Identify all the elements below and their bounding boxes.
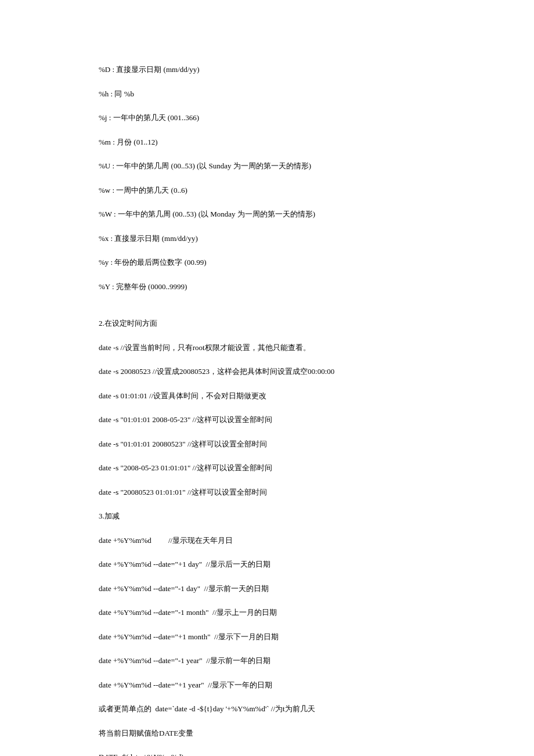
text-line: date -s 20080523 //设置成20080523，这样会把具体时间设…	[99, 366, 435, 377]
text-line: date +%Y%m%d --date="+1 year" //显示下一年的日期	[99, 679, 435, 691]
text-line: date +%Y%m%d --date="-1 day" //显示前一天的日期	[99, 583, 435, 595]
text-line: %Y : 完整年份 (0000..9999)	[99, 281, 435, 293]
text-line: %y : 年份的最后两位数字 (00.99)	[99, 257, 435, 268]
text-line: 或者更简单点的 date=`date -d -${t}day '+%Y%m%d'…	[99, 703, 435, 715]
text-line: %x : 直接显示日期 (mm/dd/yy)	[99, 233, 435, 244]
text-line: date -s "20080523 01:01:01" //这样可以设置全部时间	[99, 487, 435, 498]
text-line: date -s "2008-05-23 01:01:01" //这样可以设置全部…	[99, 462, 435, 474]
text-line: date +%Y%m%d --date="-1 year" //显示前一年的日期	[99, 655, 435, 667]
document-page: %D : 直接显示日期 (mm/dd/yy)%h : 同 %b%j : 一年中的…	[0, 0, 534, 756]
text-line: %D : 直接显示日期 (mm/dd/yy)	[99, 64, 435, 75]
text-line: 3.加减	[99, 510, 435, 522]
text-line: date +%Y%m%d --date="-1 month" //显示上一月的日…	[99, 607, 435, 618]
text-line: date +%Y%m%d --date="+1 month" //显示下一月的日…	[99, 631, 435, 643]
text-line: %U : 一年中的第几周 (00..53) (以 Sunday 为一周的第一天的…	[99, 160, 435, 172]
text-line: %W : 一年中的第几周 (00..53) (以 Monday 为一周的第一天的…	[99, 208, 435, 220]
text-line: date -s "01:01:01 2008-05-23" //这样可以设置全部…	[99, 414, 435, 426]
text-line: 将当前日期赋值给DATE变量	[99, 728, 435, 739]
text-line: %h : 同 %b	[99, 88, 435, 100]
text-line: date -s "01:01:01 20080523" //这样可以设置全部时间	[99, 438, 435, 450]
text-line: date -s //设置当前时间，只有root权限才能设置，其他只能查看。	[99, 342, 435, 354]
text-line: date -s 01:01:01 //设置具体时间，不会对日期做更改	[99, 390, 435, 402]
text-line: 2.在设定时间方面	[99, 318, 435, 329]
text-line: %j : 一年中的第几天 (001..366)	[99, 112, 435, 124]
text-line: date +%Y%m%d //显示现在天年月日	[99, 535, 435, 546]
text-line: DATE=$(date +%Y%m%d)	[99, 751, 435, 756]
text-line: %w : 一周中的第几天 (0..6)	[99, 185, 435, 196]
text-line: %m : 月份 (01..12)	[99, 136, 435, 148]
text-line: date +%Y%m%d --date="+1 day" //显示后一天的日期	[99, 559, 435, 570]
